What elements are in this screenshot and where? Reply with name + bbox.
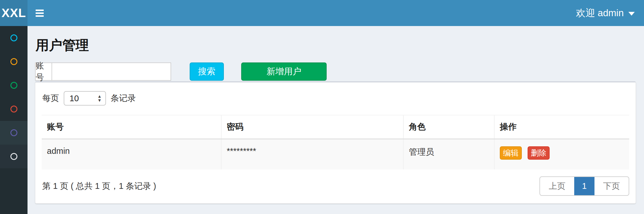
circle-icon [10, 106, 17, 112]
circle-icon [10, 129, 17, 136]
delete-button[interactable]: 删除 [528, 146, 550, 160]
header-account: 账号 [42, 115, 221, 139]
sidebar-nav [0, 26, 28, 214]
cell-actions: 编辑 删除 [494, 139, 629, 170]
app-logo[interactable]: XXL [0, 0, 28, 26]
page-size-suffix: 条记录 [111, 93, 136, 104]
user-table: 账号 密码 角色 操作 admin ********* 管理员 编辑 删除 [42, 115, 629, 169]
main-content: 用户管理 账号 搜索 新增用户 每页 10 ▲▼ 条记录 账 [28, 36, 644, 204]
cell-password: ********* [221, 139, 403, 170]
sidebar-toggle-icon[interactable] [36, 10, 44, 17]
sidebar-item-1[interactable] [0, 26, 28, 50]
navbar-main: 欢迎 admin [28, 0, 644, 26]
page-size-row: 每页 10 ▲▼ 条记录 [42, 91, 629, 106]
next-page-button[interactable]: 下页 [594, 177, 629, 195]
header-actions: 操作 [494, 115, 629, 139]
pagination-info: 第 1 页 ( 总共 1 页，1 条记录 ) [42, 180, 156, 192]
header-role: 角色 [403, 115, 494, 139]
edit-button[interactable]: 编辑 [500, 146, 522, 160]
sidebar-item-2[interactable] [0, 50, 28, 73]
select-arrows-icon: ▲▼ [97, 94, 102, 102]
page-title: 用户管理 [36, 36, 636, 54]
search-toolbar: 账号 搜索 新增用户 [35, 62, 636, 81]
sidebar-item-5-active[interactable] [0, 121, 28, 145]
cell-account: admin [42, 139, 221, 170]
circle-icon [10, 153, 17, 160]
sidebar-item-4[interactable] [0, 97, 28, 121]
pagination-controls: 上页 1 下页 [539, 176, 629, 196]
prev-page-button[interactable]: 上页 [540, 177, 574, 195]
sidebar-item-3[interactable] [0, 73, 28, 97]
page-size-prefix: 每页 [42, 93, 59, 104]
table-row: admin ********* 管理员 编辑 删除 [42, 139, 629, 170]
search-button[interactable]: 搜索 [190, 62, 224, 81]
top-navbar: XXL 欢迎 admin [0, 0, 644, 26]
user-table-panel: 每页 10 ▲▼ 条记录 账号 密码 角色 操作 [35, 81, 636, 204]
sidebar-item-6[interactable] [0, 145, 28, 168]
add-user-button[interactable]: 新增用户 [241, 62, 327, 81]
page-size-select[interactable]: 10 ▲▼ [64, 91, 106, 106]
welcome-label: 欢迎 admin [576, 7, 624, 20]
cell-role: 管理员 [403, 139, 494, 170]
table-header-row: 账号 密码 角色 操作 [42, 115, 629, 139]
account-input[interactable] [52, 62, 171, 81]
circle-icon [10, 82, 17, 89]
pagination-row: 第 1 页 ( 总共 1 页，1 条记录 ) 上页 1 下页 [42, 176, 629, 196]
account-input-label: 账号 [35, 62, 52, 81]
header-password: 密码 [221, 115, 403, 139]
user-menu[interactable]: 欢迎 admin [576, 7, 635, 20]
account-input-group: 账号 [35, 62, 171, 81]
page-size-value: 10 [69, 94, 79, 103]
current-page-button[interactable]: 1 [574, 177, 594, 195]
circle-icon [10, 58, 17, 65]
chevron-down-icon [628, 12, 635, 16]
circle-icon [10, 34, 17, 41]
